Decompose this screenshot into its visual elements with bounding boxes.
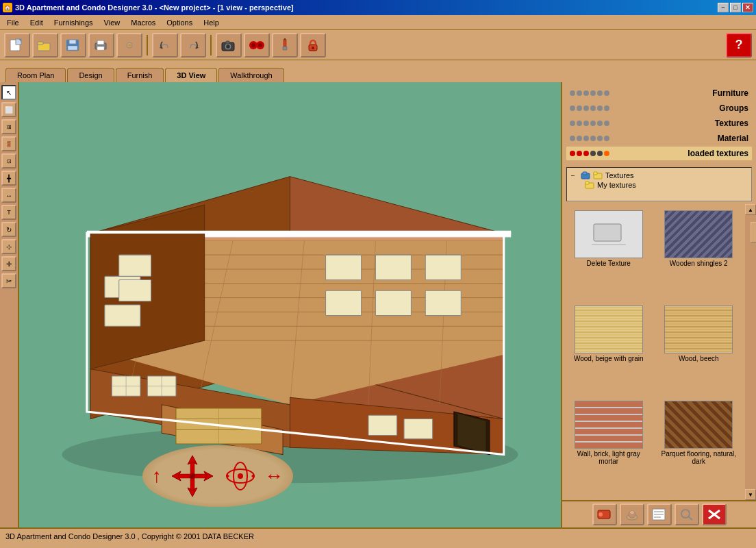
dot — [570, 105, 575, 111]
menu-help[interactable]: Help — [199, 17, 223, 28]
right-btn-2[interactable] — [620, 503, 644, 525]
dot — [570, 121, 575, 126]
category-textures[interactable]: Textures — [566, 116, 752, 130]
texture-wood-beige-label: Wood, beige with grain — [574, 355, 644, 362]
menubar: File Edit Furnishings View Macros Option… — [0, 15, 756, 30]
svg-point-98 — [630, 511, 634, 514]
nav-arrows-svg — [168, 452, 216, 500]
tab-furnish[interactable]: Furnish — [116, 68, 164, 82]
texture-delete-label: Delete Texture — [587, 260, 631, 267]
tab-design[interactable]: Design — [67, 68, 114, 82]
texture-shingles[interactable]: Wooden shingles 2 — [655, 207, 743, 299]
toolbar-print[interactable] — [88, 33, 114, 58]
nav-up[interactable]: ↑ — [152, 465, 162, 487]
viewport[interactable]: ↑ — [19, 82, 561, 527]
right-btn-delete[interactable] — [702, 503, 727, 525]
tree-expand-icon[interactable]: – — [571, 172, 578, 179]
texture-thumb-brick — [575, 401, 643, 449]
right-btn-3[interactable] — [647, 503, 672, 525]
tab-3dview[interactable]: 3D View — [165, 68, 217, 82]
svg-line-104 — [688, 516, 692, 520]
menu-view[interactable]: View — [100, 17, 125, 28]
dot — [604, 151, 609, 156]
toolbar-lock[interactable] — [300, 33, 326, 58]
texture-parquet[interactable]: Parquet flooring, natural, dark — [655, 397, 743, 497]
main-area: ↖ ⬜ ⊞ 🚪 ⊡ ╋ ↔ T ↻ ⊹ ✛ ✂ — [0, 82, 756, 527]
toolbar-brush[interactable] — [272, 33, 298, 58]
menu-macros[interactable]: Macros — [127, 17, 160, 28]
tree-view: – Textures My textures — [566, 167, 752, 201]
dot — [590, 151, 596, 156]
groups-label: Groups — [614, 103, 748, 113]
texture-thumb-wood-beige — [575, 306, 643, 353]
scroll-up-button[interactable]: ▲ — [745, 204, 756, 215]
svg-rect-87 — [583, 172, 587, 175]
nav-zoom-out[interactable]: ↔ — [264, 465, 284, 487]
toolbar-settings[interactable] — [116, 33, 142, 58]
left-btn-delete[interactable]: ✂ — [1, 273, 16, 288]
scroll-down-button[interactable]: ▼ — [745, 489, 756, 500]
left-toolbar: ↖ ⬜ ⊞ 🚪 ⊡ ╋ ↔ T ↻ ⊹ ✛ ✂ — [0, 82, 19, 527]
tree-root-row[interactable]: – Textures — [571, 171, 747, 180]
left-btn-window[interactable]: ⊡ — [1, 153, 16, 169]
menu-options[interactable]: Options — [162, 17, 197, 28]
left-btn-stairs[interactable]: ╋ — [1, 171, 16, 186]
scroll-thumb[interactable] — [751, 222, 756, 242]
dot — [577, 136, 582, 141]
right-inner: Delete Texture Wooden shingles 2 Wood, b… — [562, 204, 756, 500]
menu-furnishings[interactable]: Furnishings — [50, 17, 97, 28]
right-btn-1[interactable] — [592, 503, 617, 525]
dot — [597, 90, 603, 96]
category-material[interactable]: Material — [566, 132, 752, 145]
dot — [597, 121, 603, 126]
toolbar-new[interactable] — [4, 33, 30, 58]
dot — [577, 151, 582, 156]
left-btn-rotate[interactable]: ↻ — [1, 222, 16, 237]
dot — [604, 121, 609, 126]
left-btn-move[interactable]: ✛ — [1, 256, 16, 271]
delete-texture-svg — [588, 221, 629, 248]
left-btn-mirror[interactable]: ⊹ — [1, 239, 16, 254]
svg-rect-4 — [38, 42, 43, 45]
dot — [570, 90, 575, 96]
svg-point-20 — [258, 43, 262, 47]
texture-scrollbar: ▲ ▼ — [745, 204, 756, 500]
minimize-button[interactable]: – — [718, 3, 729, 12]
tree-child-row[interactable]: My textures — [571, 180, 747, 190]
texture-wood-beige[interactable]: Wood, beige with grain — [565, 302, 653, 395]
category-loaded-textures[interactable]: loaded textures — [566, 147, 752, 160]
left-btn-dim[interactable]: ↔ — [1, 188, 16, 203]
svg-rect-92 — [594, 224, 621, 241]
tab-walkthrough[interactable]: Walkthrough — [218, 68, 284, 82]
right-btn-search[interactable] — [675, 503, 699, 525]
menu-file[interactable]: File — [3, 17, 23, 28]
toolbar-camera[interactable] — [216, 33, 242, 58]
toolbar-render[interactable] — [244, 33, 270, 58]
restore-button[interactable]: □ — [730, 3, 741, 12]
category-groups[interactable]: Groups — [566, 101, 752, 115]
toolbar-redo[interactable] — [180, 33, 206, 58]
tab-roomplan[interactable]: Room Plan — [5, 68, 66, 82]
dot — [604, 105, 609, 111]
left-btn-select[interactable]: ↖ — [1, 85, 16, 100]
menu-edit[interactable]: Edit — [26, 17, 47, 28]
svg-rect-9 — [97, 40, 104, 45]
left-btn-wall[interactable]: ⬜ — [1, 102, 16, 117]
texture-shingles-label: Wooden shingles 2 — [670, 260, 728, 267]
toolbar-help[interactable]: ? — [726, 33, 752, 58]
statusbar-text: 3D Apartment and Condo Designer 3.0 , Co… — [5, 532, 254, 540]
toolbar-undo[interactable] — [152, 33, 178, 58]
close-button[interactable]: ✕ — [742, 3, 753, 12]
toolbar-open[interactable] — [32, 33, 58, 58]
texture-brick[interactable]: Wall, brick, light gray mortar — [565, 397, 653, 497]
toolbar-save[interactable] — [60, 33, 86, 58]
left-btn-text[interactable]: T — [1, 205, 16, 220]
svg-rect-73 — [119, 280, 151, 301]
category-furniture[interactable]: Furniture — [566, 86, 752, 100]
left-btn-room[interactable]: ⊞ — [1, 119, 16, 134]
texture-wood-beech[interactable]: Wood, beech — [655, 302, 743, 395]
svg-rect-58 — [375, 290, 411, 315]
left-btn-door[interactable]: 🚪 — [1, 136, 16, 151]
texture-delete[interactable]: Delete Texture — [565, 207, 653, 299]
tabbar: Room Plan Design Furnish 3D View Walkthr… — [0, 60, 756, 82]
